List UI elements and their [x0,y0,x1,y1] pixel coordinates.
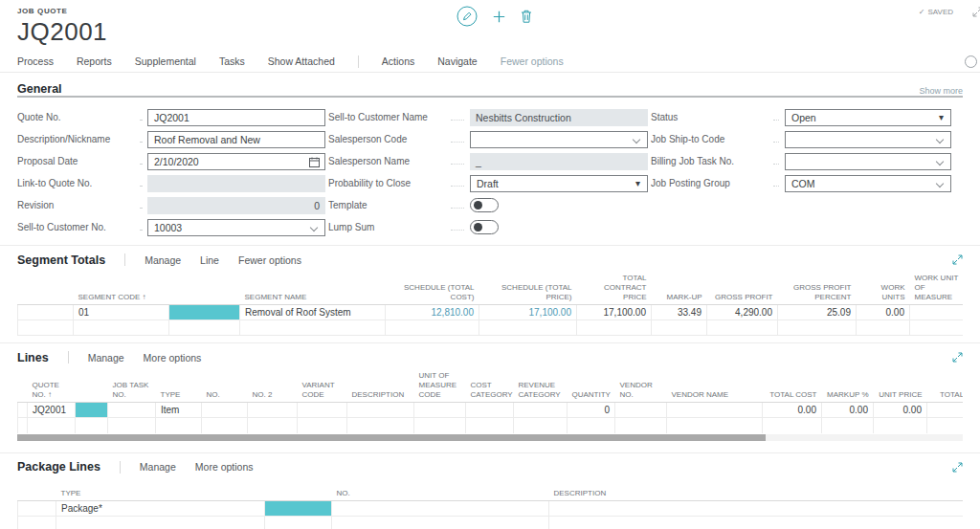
cost-category-cell[interactable] [466,403,514,418]
description-cell[interactable] [347,403,414,418]
column-header[interactable]: NO. [332,487,549,501]
billing-job-task-no-input[interactable] [785,153,951,170]
package-more-options[interactable]: More options [195,461,254,473]
lines-more-options[interactable]: More options [144,352,202,364]
expand-icon[interactable] [952,462,963,473]
column-header[interactable]: SEGMENT CODE ↑ [74,272,169,305]
column-header[interactable]: VENDOR NAME [667,369,763,403]
column-header[interactable]: MARKUP % [822,369,874,403]
quote-no-cell[interactable]: JQ2001 [28,403,76,418]
revenue-category-cell[interactable] [514,403,568,418]
lines-manage-menu[interactable]: Manage [88,352,124,364]
segment-name-cell[interactable]: Removal of Roof System [240,305,386,320]
column-header[interactable]: UNIT PRICE [874,369,927,403]
column-header[interactable]: NO. [202,369,248,403]
selected-cell[interactable] [265,500,332,516]
horizontal-scrollbar[interactable] [17,434,963,441]
column-header[interactable]: DESCRIPTION [347,369,414,403]
lump-sum-toggle[interactable] [470,220,499,234]
column-header[interactable]: REVENUE CATEGORY [514,369,568,403]
no2-cell[interactable] [248,403,298,418]
total-price-cell[interactable]: 0.00 [927,403,964,418]
calendar-icon[interactable] [309,157,320,167]
column-header[interactable]: SCHEDULE (TOTAL COST) [386,272,479,305]
menu-tasks[interactable]: Tasks [219,55,245,67]
package-description-cell[interactable] [549,500,964,516]
column-header[interactable]: VARIANT CODE [298,369,347,403]
segment-manage-menu[interactable]: Manage [145,254,181,266]
sell-to-customer-no-input[interactable]: 10003 [147,219,325,236]
column-header[interactable]: DESCRIPTION [549,487,964,501]
job-ship-to-code-input[interactable] [785,131,951,148]
menu-fewer-options[interactable]: Fewer options [501,55,564,67]
column-header[interactable]: VENDOR NO. [615,369,667,403]
gross-profit-cell[interactable]: 4,290.00 [707,305,778,320]
column-header[interactable]: TOTAL CONTRACT PRICE [577,272,652,305]
menu-process[interactable]: Process [17,55,54,67]
show-more-link[interactable]: Show more [919,86,963,96]
quantity-cell[interactable]: 0 [568,403,615,418]
package-no-cell[interactable] [332,500,549,516]
no-cell[interactable] [202,403,248,418]
column-header[interactable]: MARK-UP [652,272,707,305]
schedule-total-cost-cell[interactable]: 12,810.00 [386,305,479,320]
vendor-name-cell[interactable] [667,403,763,418]
job-posting-group-input[interactable]: COM [785,175,951,192]
column-header[interactable]: QUANTITY [568,369,615,403]
column-header[interactable]: SEGMENT NAME [240,272,386,305]
package-type-cell[interactable]: Package* [56,500,265,516]
vendor-no-cell[interactable] [615,403,667,418]
mark-up-cell[interactable]: 33.49 [652,305,707,320]
uom-code-cell[interactable] [414,403,466,418]
column-header[interactable]: TOTAL PRICE [927,369,964,403]
column-header[interactable]: TYPE [156,369,202,403]
total-contract-price-cell[interactable]: 17,100.00 [577,305,652,320]
column-header[interactable]: UNIT OF MEASURE CODE [414,369,466,403]
proposal-date-input[interactable]: 2/10/2020 [147,153,325,170]
column-header[interactable]: TOTAL COST [763,369,822,403]
column-header[interactable]: JOB TASK NO. [108,369,156,403]
quote-no-input[interactable]: JQ2001 [147,109,325,126]
schedule-total-price-cell[interactable]: 17,100.00 [479,305,577,320]
expand-icon[interactable] [952,352,963,363]
column-header[interactable]: WORK UNIT OF MEASURE [910,272,964,305]
column-header[interactable]: QUOTE NO. ↑ [28,369,76,403]
salesperson-code-input[interactable] [470,131,648,148]
variant-code-cell[interactable] [298,403,347,418]
menu-show-attached[interactable]: Show Attached [268,55,335,67]
type-cell[interactable]: Item [156,403,202,418]
selected-cell[interactable] [169,305,240,320]
menu-supplemental[interactable]: Supplemental [135,55,196,67]
column-header[interactable]: GROSS PROFIT PERCENT [778,272,857,305]
segment-line-menu[interactable]: Line [200,254,219,266]
selected-cell[interactable] [76,403,108,418]
menu-reports[interactable]: Reports [77,55,112,67]
gross-profit-percent-cell[interactable]: 25.09 [778,305,857,320]
row-selector[interactable] [18,305,74,320]
work-units-cell[interactable]: 0.00 [857,305,910,320]
column-header[interactable]: GROSS PROFIT [707,272,778,305]
edit-icon[interactable] [457,6,478,27]
column-header[interactable]: WORK UNITS [857,272,910,305]
package-manage-menu[interactable]: Manage [140,461,176,473]
total-cost-cell[interactable]: 0.00 [763,403,822,418]
status-select[interactable]: Open [785,109,951,126]
delete-icon[interactable] [521,10,532,23]
scrollbar-thumb[interactable] [17,434,766,441]
template-toggle[interactable] [470,198,499,212]
description-input[interactable]: Roof Removal and New [147,131,325,148]
work-uom-cell[interactable] [910,305,964,320]
column-header[interactable]: NO. 2 [248,369,298,403]
menu-actions[interactable]: Actions [382,55,414,67]
unit-price-cell[interactable]: 0.00 [874,403,927,418]
expand-icon[interactable] [952,254,963,265]
add-icon[interactable] [493,11,505,23]
column-header[interactable]: COST CATEGORY [466,369,514,403]
probability-to-close-select[interactable]: Draft [470,175,648,192]
segment-code-cell[interactable]: 01 [74,305,169,320]
job-task-no-cell[interactable] [108,403,156,418]
row-selector[interactable] [18,500,56,516]
column-header[interactable]: SCHEDULE (TOTAL PRICE) [479,272,577,305]
personalize-icon[interactable] [965,55,977,68]
segment-fewer-options[interactable]: Fewer options [238,254,301,266]
